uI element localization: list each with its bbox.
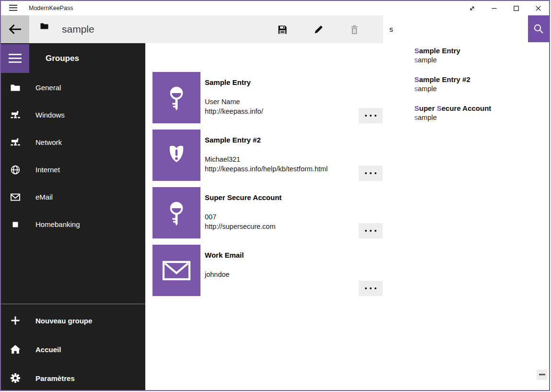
sidebar-item-param-tres[interactable]: Paramètres xyxy=(1,364,145,392)
fullscreen-icon xyxy=(469,5,476,12)
back-arrow-icon xyxy=(8,23,23,36)
search-result-subtitle: sample xyxy=(414,113,491,122)
entry-tile[interactable] xyxy=(152,187,200,238)
maximize-button[interactable] xyxy=(505,1,527,15)
folder-icon xyxy=(40,23,48,29)
hamburger-icon[interactable] xyxy=(7,5,19,12)
ellipsis-icon xyxy=(364,229,377,232)
sidebar: Groupes General Windows Network Internet… xyxy=(1,43,145,390)
entry-details: johndoe xyxy=(205,270,230,279)
search-input[interactable] xyxy=(383,15,528,42)
sidebar-item-internet[interactable]: Internet xyxy=(1,156,145,183)
magnifier-icon xyxy=(533,24,544,34)
search-result-title: Sample Entry xyxy=(414,46,491,55)
sidebar-divider xyxy=(1,304,145,304)
search-result-item[interactable]: Sample Entry sample xyxy=(414,46,491,65)
minus-icon xyxy=(539,374,545,376)
close-icon xyxy=(535,5,542,12)
sidebar-item-email[interactable]: eMail xyxy=(1,183,145,211)
nav-hamburger-button[interactable] xyxy=(1,44,29,73)
key-icon xyxy=(152,232,200,240)
ellipsis-icon xyxy=(364,172,377,175)
search-button[interactable] xyxy=(528,15,549,42)
mail-icon xyxy=(152,289,200,297)
ellipsis-icon xyxy=(364,114,377,117)
search-result-item[interactable]: Sample Entry #2 sample xyxy=(414,75,491,94)
sidebar-actions: Nouveau groupe Accueil Paramètres xyxy=(1,306,145,392)
app-window: ModernKeePass sample Sample Entry sample… xyxy=(0,0,550,391)
sidebar-heading: Groupes xyxy=(46,44,79,73)
entry-list-item[interactable]: Sample Entry #2 Michael321http://keepass… xyxy=(152,130,383,181)
plus-icon xyxy=(10,315,21,326)
ellipsis-icon xyxy=(364,287,377,290)
shield-exclamation-icon xyxy=(152,174,200,182)
entry-list-item[interactable]: Super Secure Account 007http://supersecu… xyxy=(152,187,383,238)
edit-button[interactable] xyxy=(308,19,329,40)
sidebar-item-general[interactable]: General xyxy=(1,74,145,101)
entry-title: Super Secure Account xyxy=(205,193,281,202)
search-result-subtitle: sample xyxy=(414,84,491,94)
mail-icon xyxy=(10,192,21,202)
maximize-icon xyxy=(513,5,520,12)
minimize-icon xyxy=(491,5,498,12)
window-controls xyxy=(461,1,549,15)
save-button[interactable] xyxy=(272,19,293,40)
search-result-title: Sample Entry #2 xyxy=(414,75,491,84)
command-bar xyxy=(272,19,365,40)
entry-tile[interactable] xyxy=(152,72,200,123)
entry-details: User Namehttp://keepass.info/ xyxy=(205,97,263,116)
close-button[interactable] xyxy=(527,1,549,15)
pencil-icon xyxy=(313,24,324,35)
entry-details: Michael321http://keepass.info/help/kb/te… xyxy=(205,154,328,174)
search-result-subtitle: sample xyxy=(414,55,491,65)
title-bar: ModernKeePass xyxy=(1,1,549,15)
key-icon xyxy=(152,117,200,125)
entry-list-item[interactable]: Work Email johndoe xyxy=(152,245,383,296)
globe-icon xyxy=(10,165,21,175)
entry-details: 007http://supersecure.com xyxy=(205,212,276,231)
sidebar-item-homebanking[interactable]: Homebanking xyxy=(1,211,145,238)
folder-icon xyxy=(10,83,21,93)
hamburger-icon xyxy=(9,54,22,63)
minimize-button[interactable] xyxy=(483,1,505,15)
home-icon xyxy=(10,344,21,355)
more-options-button[interactable] xyxy=(359,166,383,181)
entry-tile[interactable] xyxy=(152,130,200,181)
entry-title: Sample Entry #2 xyxy=(205,136,261,144)
search-results-dropdown: Sample Entry sample Sample Entry #2 samp… xyxy=(414,46,491,132)
more-options-button[interactable] xyxy=(359,281,383,296)
sidebar-item-accueil[interactable]: Accueil xyxy=(1,335,145,364)
save-icon xyxy=(277,24,288,35)
entry-tile[interactable] xyxy=(152,245,200,296)
network-icon xyxy=(10,110,21,120)
sidebar-item-nouveau-groupe[interactable]: Nouveau groupe xyxy=(1,306,145,335)
page-title: sample xyxy=(62,15,94,43)
delete-button[interactable] xyxy=(344,19,365,40)
fullscreen-button[interactable] xyxy=(461,1,483,15)
entry-list: Sample Entry User Namehttp://keepass.inf… xyxy=(152,72,383,302)
entry-title: Sample Entry xyxy=(205,78,251,86)
entry-list-item[interactable]: Sample Entry User Namehttp://keepass.inf… xyxy=(152,72,383,123)
square-icon xyxy=(10,219,21,230)
sidebar-item-windows[interactable]: Windows xyxy=(1,101,145,129)
more-options-button[interactable] xyxy=(359,223,383,238)
search-result-item[interactable]: Super Secure Account sample xyxy=(414,104,491,122)
app-title: ModernKeePass xyxy=(29,1,73,15)
trash-icon xyxy=(349,24,360,35)
gear-icon xyxy=(10,373,21,383)
more-options-button[interactable] xyxy=(359,108,383,123)
entry-title: Work Email xyxy=(205,251,244,259)
back-button[interactable] xyxy=(1,15,29,43)
search-result-title: Super Secure Account xyxy=(414,104,491,113)
group-list: General Windows Network Internet eMail H… xyxy=(1,74,145,238)
network-icon xyxy=(10,137,21,148)
zoom-out-button[interactable] xyxy=(537,369,547,380)
sidebar-item-network[interactable]: Network xyxy=(1,129,145,156)
